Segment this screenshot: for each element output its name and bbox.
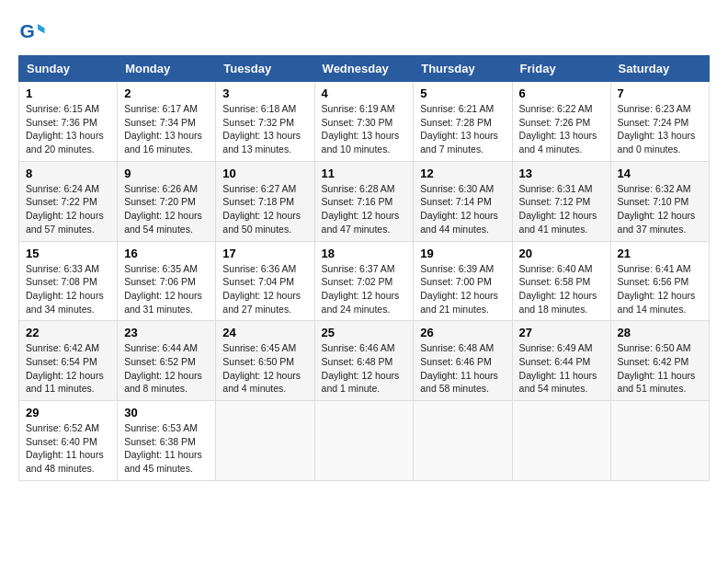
sunrise: Sunrise: 6:19 AM: [322, 102, 407, 116]
day-info: Sunrise: 6:21 AM Sunset: 7:28 PM Dayligh…: [420, 102, 505, 156]
day-info: Sunrise: 6:22 AM Sunset: 7:26 PM Dayligh…: [519, 102, 604, 156]
day-number: 27: [519, 326, 604, 339]
daylight: Daylight: 12 hours and 41 minutes.: [519, 209, 604, 236]
day-info: Sunrise: 6:42 AM Sunset: 6:54 PM Dayligh…: [26, 341, 110, 396]
day-info: Sunrise: 6:30 AM Sunset: 7:14 PM Dayligh…: [420, 182, 505, 236]
sunrise: Sunrise: 6:27 AM: [222, 182, 307, 196]
daylight: Daylight: 13 hours and 7 minutes.: [420, 129, 505, 155]
calendar-cell: 7 Sunrise: 6:23 AM Sunset: 7:24 PM Dayli…: [610, 82, 709, 162]
col-friday: Friday: [512, 56, 610, 82]
sunset: Sunset: 7:08 PM: [26, 275, 110, 289]
daylight: Daylight: 12 hours and 14 minutes.: [618, 289, 702, 316]
calendar-cell: 6 Sunrise: 6:22 AM Sunset: 7:26 PM Dayli…: [512, 82, 610, 162]
calendar-cell: 8 Sunrise: 6:24 AM Sunset: 7:22 PM Dayli…: [19, 161, 118, 241]
calendar-cell: 18 Sunrise: 6:37 AM Sunset: 7:02 PM Dayl…: [314, 241, 414, 321]
day-info: Sunrise: 6:28 AM Sunset: 7:16 PM Dayligh…: [322, 182, 407, 236]
day-number: 29: [26, 406, 110, 419]
sunset: Sunset: 7:26 PM: [519, 116, 604, 130]
daylight: Daylight: 12 hours and 31 minutes.: [124, 289, 209, 316]
calendar-cell: 26 Sunrise: 6:48 AM Sunset: 6:46 PM Dayl…: [414, 321, 512, 401]
day-info: Sunrise: 6:24 AM Sunset: 7:22 PM Dayligh…: [26, 182, 110, 236]
daylight: Daylight: 12 hours and 34 minutes.: [26, 289, 110, 316]
calendar-week-5: 29 Sunrise: 6:52 AM Sunset: 6:40 PM Dayl…: [19, 401, 710, 481]
day-number: 17: [222, 247, 307, 260]
day-number: 2: [124, 86, 209, 100]
day-info: Sunrise: 6:44 AM Sunset: 6:52 PM Dayligh…: [124, 341, 209, 396]
page-header: G: [18, 18, 710, 46]
day-info: Sunrise: 6:23 AM Sunset: 7:24 PM Dayligh…: [618, 102, 702, 156]
day-number: 22: [26, 326, 110, 339]
sunset: Sunset: 7:22 PM: [26, 195, 110, 209]
day-info: Sunrise: 6:32 AM Sunset: 7:10 PM Dayligh…: [618, 182, 702, 236]
daylight: Daylight: 12 hours and 8 minutes.: [124, 369, 209, 396]
day-info: Sunrise: 6:45 AM Sunset: 6:50 PM Dayligh…: [222, 341, 307, 396]
daylight: Daylight: 12 hours and 21 minutes.: [420, 289, 505, 316]
day-info: Sunrise: 6:41 AM Sunset: 6:56 PM Dayligh…: [618, 262, 702, 316]
day-info: Sunrise: 6:53 AM Sunset: 6:38 PM Dayligh…: [124, 421, 209, 476]
sunset: Sunset: 7:24 PM: [618, 116, 702, 130]
calendar-cell: 10 Sunrise: 6:27 AM Sunset: 7:18 PM Dayl…: [216, 161, 314, 241]
col-monday: Monday: [118, 56, 216, 82]
calendar-week-3: 15 Sunrise: 6:33 AM Sunset: 7:08 PM Dayl…: [19, 241, 710, 321]
calendar-cell: [314, 401, 414, 481]
day-number: 7: [618, 86, 702, 100]
daylight: Daylight: 12 hours and 1 minute.: [322, 369, 407, 396]
day-number: 5: [420, 86, 505, 100]
day-number: 9: [124, 167, 209, 180]
calendar-cell: 9 Sunrise: 6:26 AM Sunset: 7:20 PM Dayli…: [118, 161, 216, 241]
calendar-cell: 30 Sunrise: 6:53 AM Sunset: 6:38 PM Dayl…: [118, 401, 216, 481]
sunset: Sunset: 6:44 PM: [519, 355, 604, 369]
calendar-cell: 11 Sunrise: 6:28 AM Sunset: 7:16 PM Dayl…: [314, 161, 414, 241]
sunrise: Sunrise: 6:37 AM: [322, 262, 407, 276]
sunset: Sunset: 7:02 PM: [322, 275, 407, 289]
daylight: Daylight: 12 hours and 18 minutes.: [519, 289, 604, 316]
day-number: 16: [124, 247, 209, 260]
svg-text:G: G: [20, 20, 35, 41]
daylight: Daylight: 11 hours and 54 minutes.: [519, 369, 604, 396]
sunrise: Sunrise: 6:15 AM: [26, 102, 110, 116]
daylight: Daylight: 12 hours and 24 minutes.: [322, 289, 407, 316]
day-number: 6: [519, 86, 604, 100]
day-info: Sunrise: 6:33 AM Sunset: 7:08 PM Dayligh…: [26, 262, 110, 316]
day-info: Sunrise: 6:49 AM Sunset: 6:44 PM Dayligh…: [519, 341, 604, 396]
sunset: Sunset: 6:56 PM: [618, 275, 702, 289]
sunset: Sunset: 7:34 PM: [124, 116, 209, 130]
sunrise: Sunrise: 6:22 AM: [519, 102, 604, 116]
daylight: Daylight: 11 hours and 45 minutes.: [124, 448, 209, 475]
day-info: Sunrise: 6:26 AM Sunset: 7:20 PM Dayligh…: [124, 182, 209, 236]
sunset: Sunset: 7:32 PM: [222, 116, 307, 130]
day-number: 14: [618, 167, 702, 180]
sunset: Sunset: 6:54 PM: [26, 355, 110, 369]
sunrise: Sunrise: 6:42 AM: [26, 341, 110, 355]
calendar-cell: 19 Sunrise: 6:39 AM Sunset: 7:00 PM Dayl…: [414, 241, 512, 321]
daylight: Daylight: 12 hours and 57 minutes.: [26, 209, 110, 236]
day-number: 3: [222, 86, 307, 100]
calendar-cell: [512, 401, 610, 481]
daylight: Daylight: 11 hours and 58 minutes.: [420, 369, 505, 396]
sunset: Sunset: 7:04 PM: [222, 275, 307, 289]
day-number: 24: [222, 326, 307, 339]
daylight: Daylight: 11 hours and 48 minutes.: [26, 448, 110, 475]
calendar-cell: [216, 401, 314, 481]
day-info: Sunrise: 6:27 AM Sunset: 7:18 PM Dayligh…: [222, 182, 307, 236]
daylight: Daylight: 11 hours and 51 minutes.: [618, 369, 702, 396]
day-number: 28: [618, 326, 702, 339]
calendar-cell: 2 Sunrise: 6:17 AM Sunset: 7:34 PM Dayli…: [118, 82, 216, 162]
day-info: Sunrise: 6:39 AM Sunset: 7:00 PM Dayligh…: [420, 262, 505, 316]
sunrise: Sunrise: 6:23 AM: [618, 102, 702, 116]
sunset: Sunset: 7:16 PM: [322, 195, 407, 209]
sunrise: Sunrise: 6:45 AM: [222, 341, 307, 355]
calendar-cell: 21 Sunrise: 6:41 AM Sunset: 6:56 PM Dayl…: [610, 241, 709, 321]
day-number: 26: [420, 326, 505, 339]
day-info: Sunrise: 6:37 AM Sunset: 7:02 PM Dayligh…: [322, 262, 407, 316]
sunset: Sunset: 7:18 PM: [222, 195, 307, 209]
sunrise: Sunrise: 6:53 AM: [124, 421, 209, 435]
day-info: Sunrise: 6:48 AM Sunset: 6:46 PM Dayligh…: [420, 341, 505, 396]
col-tuesday: Tuesday: [216, 56, 314, 82]
daylight: Daylight: 12 hours and 44 minutes.: [420, 209, 505, 236]
day-number: 1: [26, 86, 110, 100]
calendar-cell: [610, 401, 709, 481]
daylight: Daylight: 12 hours and 11 minutes.: [26, 369, 110, 396]
calendar-week-1: 1 Sunrise: 6:15 AM Sunset: 7:36 PM Dayli…: [19, 82, 710, 162]
day-number: 15: [26, 247, 110, 260]
